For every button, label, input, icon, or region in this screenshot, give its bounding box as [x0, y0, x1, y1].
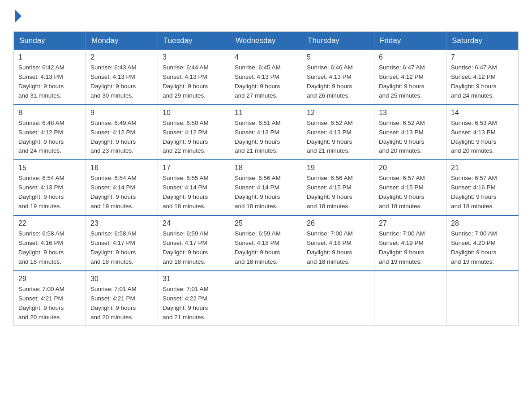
day-info: Sunrise: 6:54 AM Sunset: 4:14 PM Dayligh… — [90, 174, 153, 211]
calendar-day-cell — [446, 271, 519, 326]
day-info: Sunrise: 7:01 AM Sunset: 4:21 PM Dayligh… — [90, 285, 153, 322]
day-info: Sunrise: 6:59 AM Sunset: 4:17 PM Dayligh… — [163, 229, 225, 267]
day-number: 2 — [90, 53, 153, 61]
day-number: 24 — [163, 219, 225, 227]
calendar-day-cell: 27 Sunrise: 7:00 AM Sunset: 4:19 PM Dayl… — [374, 215, 446, 271]
calendar-day-cell: 26 Sunrise: 7:00 AM Sunset: 4:18 PM Dayl… — [302, 215, 374, 271]
day-info: Sunrise: 6:47 AM Sunset: 4:12 PM Dayligh… — [451, 63, 514, 101]
day-info: Sunrise: 7:00 AM Sunset: 4:21 PM Dayligh… — [18, 285, 81, 322]
calendar-day-cell: 20 Sunrise: 6:57 AM Sunset: 4:15 PM Dayl… — [374, 160, 446, 215]
day-info: Sunrise: 6:53 AM Sunset: 4:13 PM Dayligh… — [451, 119, 514, 156]
day-number: 16 — [90, 164, 153, 172]
day-number: 17 — [163, 164, 225, 172]
calendar-day-cell — [302, 271, 374, 326]
day-number: 4 — [235, 53, 297, 61]
day-info: Sunrise: 7:01 AM Sunset: 4:22 PM Dayligh… — [163, 285, 225, 322]
day-info: Sunrise: 6:52 AM Sunset: 4:13 PM Dayligh… — [307, 119, 369, 156]
calendar-day-cell: 6 Sunrise: 6:47 AM Sunset: 4:12 PM Dayli… — [374, 50, 446, 105]
day-number: 10 — [163, 109, 225, 117]
calendar-week-row: 1 Sunrise: 6:42 AM Sunset: 4:13 PM Dayli… — [14, 50, 519, 105]
logo — [13, 9, 21, 22]
day-info: Sunrise: 6:57 AM Sunset: 4:15 PM Dayligh… — [379, 174, 442, 211]
day-info: Sunrise: 6:57 AM Sunset: 4:16 PM Dayligh… — [451, 174, 514, 211]
day-info: Sunrise: 7:00 AM Sunset: 4:19 PM Dayligh… — [379, 229, 442, 267]
day-number: 9 — [90, 109, 153, 117]
day-of-week-header: Tuesday — [158, 32, 230, 50]
calendar-day-cell: 16 Sunrise: 6:54 AM Sunset: 4:14 PM Dayl… — [86, 160, 158, 215]
calendar-week-row: 8 Sunrise: 6:48 AM Sunset: 4:12 PM Dayli… — [14, 105, 519, 160]
day-info: Sunrise: 7:00 AM Sunset: 4:20 PM Dayligh… — [451, 229, 514, 267]
page-header — [13, 9, 519, 22]
calendar-day-cell: 8 Sunrise: 6:48 AM Sunset: 4:12 PM Dayli… — [14, 105, 86, 160]
calendar-day-cell — [374, 271, 446, 326]
day-info: Sunrise: 6:56 AM Sunset: 4:15 PM Dayligh… — [307, 174, 369, 211]
day-number: 21 — [451, 164, 514, 172]
day-number: 7 — [451, 53, 514, 61]
calendar-week-row: 29 Sunrise: 7:00 AM Sunset: 4:21 PM Dayl… — [14, 271, 519, 326]
day-of-week-header: Saturday — [446, 32, 519, 50]
calendar-day-cell: 31 Sunrise: 7:01 AM Sunset: 4:22 PM Dayl… — [158, 271, 230, 326]
calendar-day-cell: 18 Sunrise: 6:56 AM Sunset: 4:14 PM Dayl… — [230, 160, 302, 215]
day-number: 8 — [18, 109, 81, 117]
day-number: 29 — [18, 275, 81, 283]
day-info: Sunrise: 6:49 AM Sunset: 4:12 PM Dayligh… — [90, 119, 153, 156]
day-number: 12 — [307, 109, 369, 117]
day-of-week-header: Wednesday — [230, 32, 302, 50]
day-info: Sunrise: 6:44 AM Sunset: 4:13 PM Dayligh… — [163, 63, 225, 101]
day-info: Sunrise: 6:52 AM Sunset: 4:13 PM Dayligh… — [379, 119, 442, 156]
day-info: Sunrise: 6:59 AM Sunset: 4:18 PM Dayligh… — [235, 229, 297, 267]
day-number: 30 — [90, 275, 153, 283]
day-number: 19 — [307, 164, 369, 172]
calendar-day-cell: 9 Sunrise: 6:49 AM Sunset: 4:12 PM Dayli… — [86, 105, 158, 160]
calendar-day-cell: 24 Sunrise: 6:59 AM Sunset: 4:17 PM Dayl… — [158, 215, 230, 271]
calendar-day-cell: 19 Sunrise: 6:56 AM Sunset: 4:15 PM Dayl… — [302, 160, 374, 215]
day-of-week-header: Friday — [374, 32, 446, 50]
day-number: 6 — [379, 53, 442, 61]
day-of-week-header: Sunday — [14, 32, 86, 50]
day-info: Sunrise: 6:58 AM Sunset: 4:17 PM Dayligh… — [90, 229, 153, 267]
day-info: Sunrise: 6:50 AM Sunset: 4:12 PM Dayligh… — [163, 119, 225, 156]
calendar-week-row: 15 Sunrise: 6:54 AM Sunset: 4:13 PM Dayl… — [14, 160, 519, 215]
calendar-day-cell: 12 Sunrise: 6:52 AM Sunset: 4:13 PM Dayl… — [302, 105, 374, 160]
day-number: 20 — [379, 164, 442, 172]
day-info: Sunrise: 6:45 AM Sunset: 4:13 PM Dayligh… — [235, 63, 297, 101]
calendar-day-cell: 7 Sunrise: 6:47 AM Sunset: 4:12 PM Dayli… — [446, 50, 519, 105]
day-info: Sunrise: 6:56 AM Sunset: 4:14 PM Dayligh… — [235, 174, 297, 211]
day-info: Sunrise: 6:55 AM Sunset: 4:14 PM Dayligh… — [163, 174, 225, 211]
day-info: Sunrise: 6:42 AM Sunset: 4:13 PM Dayligh… — [18, 63, 81, 101]
day-number: 25 — [235, 219, 297, 227]
day-info: Sunrise: 6:51 AM Sunset: 4:13 PM Dayligh… — [235, 119, 297, 156]
calendar-day-cell: 22 Sunrise: 6:58 AM Sunset: 4:16 PM Dayl… — [14, 215, 86, 271]
day-info: Sunrise: 6:54 AM Sunset: 4:13 PM Dayligh… — [18, 174, 81, 211]
day-info: Sunrise: 6:47 AM Sunset: 4:12 PM Dayligh… — [379, 63, 442, 101]
calendar-week-row: 22 Sunrise: 6:58 AM Sunset: 4:16 PM Dayl… — [14, 215, 519, 271]
calendar-day-cell: 11 Sunrise: 6:51 AM Sunset: 4:13 PM Dayl… — [230, 105, 302, 160]
calendar-day-cell — [230, 271, 302, 326]
day-number: 28 — [451, 219, 514, 227]
calendar-day-cell: 4 Sunrise: 6:45 AM Sunset: 4:13 PM Dayli… — [230, 50, 302, 105]
calendar-day-cell: 1 Sunrise: 6:42 AM Sunset: 4:13 PM Dayli… — [14, 50, 86, 105]
calendar-table: SundayMondayTuesdayWednesdayThursdayFrid… — [13, 31, 519, 326]
calendar-day-cell: 5 Sunrise: 6:46 AM Sunset: 4:13 PM Dayli… — [302, 50, 374, 105]
day-info: Sunrise: 6:43 AM Sunset: 4:13 PM Dayligh… — [90, 63, 153, 101]
calendar-day-cell: 25 Sunrise: 6:59 AM Sunset: 4:18 PM Dayl… — [230, 215, 302, 271]
day-number: 1 — [18, 53, 81, 61]
day-number: 14 — [451, 109, 514, 117]
day-info: Sunrise: 7:00 AM Sunset: 4:18 PM Dayligh… — [307, 229, 369, 267]
day-number: 31 — [163, 275, 225, 283]
day-number: 23 — [90, 219, 153, 227]
day-number: 27 — [379, 219, 442, 227]
calendar-day-cell: 2 Sunrise: 6:43 AM Sunset: 4:13 PM Dayli… — [86, 50, 158, 105]
calendar-day-cell: 28 Sunrise: 7:00 AM Sunset: 4:20 PM Dayl… — [446, 215, 519, 271]
calendar-header-row: SundayMondayTuesdayWednesdayThursdayFrid… — [14, 32, 519, 50]
day-number: 18 — [235, 164, 297, 172]
day-number: 3 — [163, 53, 225, 61]
calendar-day-cell: 14 Sunrise: 6:53 AM Sunset: 4:13 PM Dayl… — [446, 105, 519, 160]
day-of-week-header: Monday — [86, 32, 158, 50]
day-of-week-header: Thursday — [302, 32, 374, 50]
day-number: 11 — [235, 109, 297, 117]
logo-arrow-icon — [15, 10, 21, 22]
day-number: 26 — [307, 219, 369, 227]
day-info: Sunrise: 6:58 AM Sunset: 4:16 PM Dayligh… — [18, 229, 81, 267]
calendar-day-cell: 15 Sunrise: 6:54 AM Sunset: 4:13 PM Dayl… — [14, 160, 86, 215]
